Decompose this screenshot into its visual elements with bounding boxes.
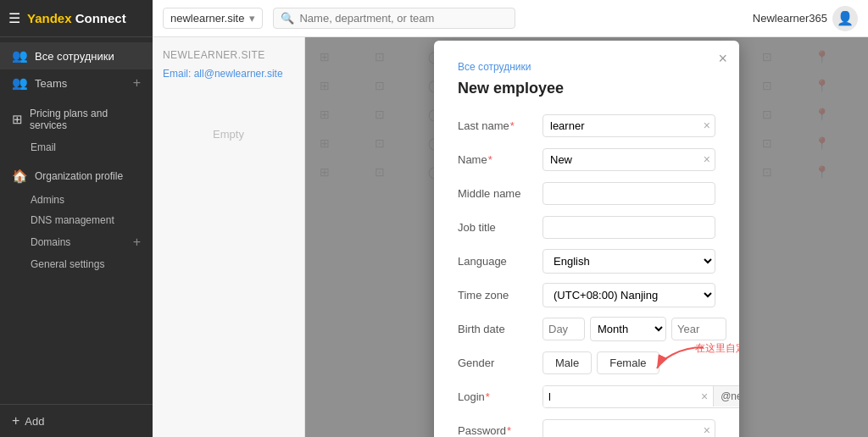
login-row: Login* × @newlearner.site: [458, 384, 715, 409]
name-field: ×: [542, 148, 715, 171]
modal-title: New employee: [458, 80, 715, 97]
last-name-label: Last name*: [458, 119, 542, 132]
login-input[interactable]: [543, 386, 696, 407]
lp-email: Email: all@newlearner.site: [153, 64, 304, 83]
sidebar-all-employees: 👥 Все сотрудники 👥 Teams +: [0, 37, 153, 102]
name-input[interactable]: [542, 148, 715, 171]
sidebar-sub-email[interactable]: Email: [0, 137, 153, 158]
sidebar-item-teams[interactable]: 👥 Teams +: [0, 69, 153, 97]
password-field: ×: [542, 419, 715, 438]
birth-date-row: Birth date Month January February March …: [458, 316, 715, 341]
language-row: Language English Russian Chinese: [458, 248, 715, 274]
birthdate-month-select[interactable]: Month January February March April May J…: [590, 317, 666, 341]
annotation: 在这里自定义前缀: [653, 343, 712, 377]
email-label: Email:: [163, 68, 191, 80]
user-info[interactable]: Newlearner365 👤: [753, 6, 858, 31]
search-icon: 🔍: [281, 12, 294, 25]
add-domain-icon[interactable]: +: [133, 235, 141, 250]
password-row: Password* ×: [458, 418, 715, 437]
gender-male-button[interactable]: Male: [542, 351, 592, 374]
org-icon: 🏠: [12, 169, 28, 184]
sidebar-item-org[interactable]: 🏠 Organization profile: [0, 163, 153, 190]
gender-female-button[interactable]: Female: [597, 351, 659, 374]
people-icon: 👥: [12, 48, 28, 64]
login-input-row: × @newlearner.site: [542, 385, 739, 408]
org-label: Organization profile: [35, 170, 141, 182]
sidebar-sub-dns[interactable]: DNS management: [0, 210, 153, 230]
password-input-wrapper: ×: [542, 419, 715, 438]
add-team-icon[interactable]: +: [133, 75, 141, 91]
search-box[interactable]: 🔍: [273, 8, 515, 29]
pricing-label: Pricing plans and services: [30, 108, 141, 131]
search-input[interactable]: [299, 12, 508, 25]
topbar: newlearner.site ▾ 🔍 Newlearner365 👤: [153, 0, 868, 37]
name-input-wrapper: ×: [542, 148, 715, 171]
last-name-input[interactable]: [542, 114, 715, 137]
annotation-text: 在这里自定义前缀: [695, 341, 739, 356]
plus-icon: +: [12, 413, 19, 429]
chevron-down-icon: ▾: [249, 12, 255, 25]
timezone-row: Time zone (UTC+08:00) Nanjing (UTC+00:00…: [458, 282, 715, 307]
birthdate-day-input[interactable]: [542, 318, 585, 340]
middle-name-label: Middle name: [458, 187, 542, 200]
last-name-clear-icon[interactable]: ×: [704, 119, 710, 131]
site-selector[interactable]: newlearner.site ▾: [163, 8, 263, 29]
name-clear-icon[interactable]: ×: [704, 153, 710, 165]
timezone-label: Time zone: [458, 289, 542, 301]
required-marker: *: [510, 119, 515, 132]
last-name-input-wrapper: ×: [542, 114, 715, 137]
domains-label: Domains: [31, 236, 70, 248]
name-label: Name*: [458, 153, 542, 166]
logo-accent: Yandex: [27, 11, 72, 25]
breadcrumb-label: Все сотрудники: [458, 61, 531, 73]
password-input[interactable]: [542, 419, 715, 438]
modal-new-employee: Все сотрудники × New employee Last name*…: [434, 41, 739, 437]
email-value: all@newlearner.site: [194, 68, 283, 80]
gender-buttons: Male Female: [542, 351, 659, 374]
last-name-row: Last name* ×: [458, 113, 715, 138]
sidebar: ☰ Yandex Connect 👥 Все сотрудники 👥 Team…: [0, 0, 153, 437]
add-button-sidebar[interactable]: + Add: [12, 413, 141, 429]
job-title-row: Job title: [458, 214, 715, 240]
empty-label: Empty: [213, 128, 244, 141]
language-label: Language: [458, 255, 542, 268]
middle-name-field: [542, 182, 715, 205]
add-label: Add: [25, 415, 44, 428]
pricing-icon: ⊞: [12, 112, 23, 127]
close-button[interactable]: ×: [718, 51, 727, 66]
middle-name-input[interactable]: [542, 182, 715, 205]
modal-overlay: Все сотрудники × New employee Last name*…: [305, 37, 868, 437]
language-select[interactable]: English Russian Chinese: [542, 249, 715, 274]
sidebar-bottom: + Add: [0, 404, 153, 437]
birth-date-label: Birth date: [458, 323, 542, 335]
avatar: 👤: [832, 6, 858, 31]
login-suffix: @newlearner.site: [713, 386, 739, 407]
lp-section: NEWLEARNER.SITE: [153, 46, 304, 64]
sidebar-item-all-employees[interactable]: 👥 Все сотрудники: [0, 42, 153, 69]
password-clear-icon[interactable]: ×: [704, 424, 710, 436]
main-area: newlearner.site ▾ 🔍 Newlearner365 👤 NEWL…: [153, 0, 868, 437]
sidebar-item-label: Все сотрудники: [35, 50, 141, 63]
sidebar-item-pricing[interactable]: ⊞ Pricing plans and services: [0, 102, 153, 137]
user-name: Newlearner365: [753, 12, 827, 25]
birthdate-year-input[interactable]: [671, 318, 726, 340]
timezone-field: (UTC+08:00) Nanjing (UTC+00:00) UTC (UTC…: [542, 283, 715, 307]
job-title-label: Job title: [458, 221, 542, 234]
timezone-select[interactable]: (UTC+08:00) Nanjing (UTC+00:00) UTC (UTC…: [542, 283, 715, 307]
content-body: NEWLEARNER.SITE Email: all@newlearner.si…: [153, 37, 868, 437]
lp-empty: Empty: [153, 83, 304, 185]
sidebar-sub-admins[interactable]: Admins: [0, 190, 153, 210]
last-name-field: ×: [542, 114, 715, 137]
job-title-input[interactable]: [542, 216, 715, 239]
left-panel: NEWLEARNER.SITE Email: all@newlearner.si…: [153, 37, 305, 437]
password-label: Password*: [458, 424, 542, 437]
gender-label: Gender: [458, 357, 542, 369]
sidebar-sub-domains[interactable]: Domains +: [0, 230, 153, 254]
hamburger-icon[interactable]: ☰: [8, 10, 20, 26]
job-title-field: [542, 216, 715, 239]
login-label: Login*: [458, 390, 542, 403]
right-panel: ⊞ ⊡ ◯ ✉ ★ ✎ ♡ ◎ ⊡ 📍 ⊞ ⊡ ◯ ✉ ★ ✎ ♡ ◎ ⊡ 📍: [305, 37, 868, 437]
login-clear-icon[interactable]: ×: [696, 390, 713, 403]
sidebar-sub-general-settings[interactable]: General settings: [0, 254, 153, 274]
breadcrumb: Все сотрудники: [458, 61, 715, 73]
